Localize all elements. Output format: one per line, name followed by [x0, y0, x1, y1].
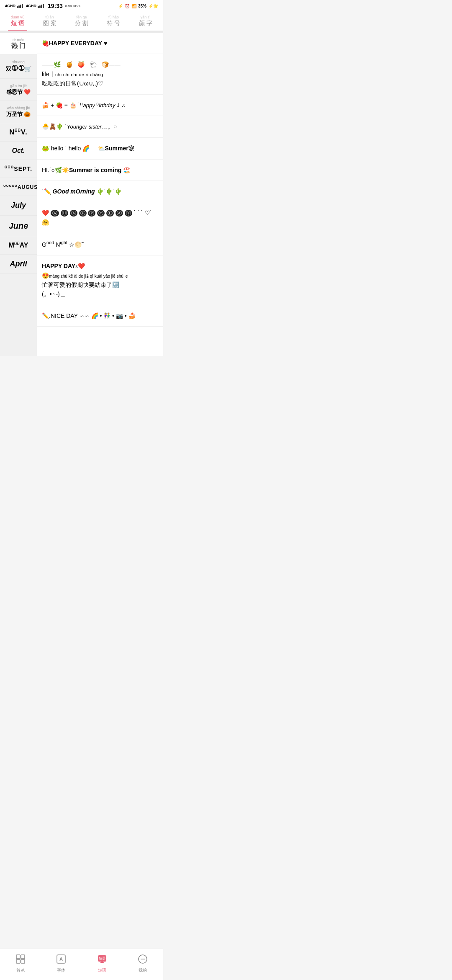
content-item-2[interactable]: ——🌿 🍯 🍑 🐑 🍞—— life丨chī chī chī de rì chá… [37, 54, 163, 94]
tab-duanyu-pinyin: duān yǔ [3, 15, 33, 19]
tab-tuan-pinyin: tú àn [34, 15, 64, 19]
tab-tuan[interactable]: tú àn 图 案 [33, 11, 65, 31]
sidebar-item-nov[interactable]: NÜÜV. [0, 123, 37, 142]
tab-yinzi-pinyin: yán zì [131, 15, 161, 19]
sidebar-oct-label: Oct. [12, 147, 25, 154]
sidebar-shuang-pinyin: shuāng [3, 60, 33, 64]
content-item-7[interactable]: ˙✏️ GOod mOrning 🌵˙🌵˙🌵 [37, 181, 163, 202]
sidebar-item-hot[interactable]: rè mén 热 门 [0, 33, 37, 55]
tab-yinzi[interactable]: yán zì 颜 字 [130, 11, 162, 31]
sidebar-item-august[interactable]: ÜÜÜÜÜAUGUST [0, 178, 37, 196]
sidebar-ganen-label: 感恩节 ❤️ [6, 89, 31, 95]
sidebar-item-shuang[interactable]: shuāng 双①①🛒 [0, 55, 37, 79]
content-item-6[interactable]: HI.˙○🌿☀️Summer is coming 🏖️ [37, 160, 163, 181]
tab-fuhao[interactable]: fú hào 符 号 [98, 11, 129, 31]
tab-duanyu-label: 短 语 [11, 20, 24, 26]
sidebar-nov-label: NÜÜV. [9, 129, 27, 136]
content-text-6: HI.˙○🌿☀️Summer is coming 🏖️ [42, 167, 130, 173]
sidebar-june-label: June [9, 221, 28, 230]
content-item-4[interactable]: 🐣🧸🌵 ˙Younger sister﹏。○ [37, 116, 163, 138]
sidebar-wansheng-pinyin: wàn shèng jié [3, 106, 33, 110]
wifi-icon: 📶 [131, 4, 136, 8]
sidebar-shuang-label: 双①①🛒 [6, 66, 31, 72]
battery: 35% [138, 4, 146, 8]
sidebar-ganen-pinyin: gǎn ēn jié [3, 84, 33, 88]
content-item-8[interactable]: ❤️ Ⓐ Ⓗ Ⓐ Ⓟ Ⓟ Ⓨ Ⓓ Ⓐ Ⓨ ˙ ˙ ˙ ♡˙🤗 [37, 202, 163, 233]
sidebar-wansheng-label: 万圣节 🎃 [6, 111, 31, 117]
status-right: ⚡ ⏰ 📶 35% ⚡🌟 [118, 4, 158, 8]
content-text-7: ˙✏️ GOod mOrning 🌵˙🌵˙🌵 [42, 188, 122, 195]
sidebar-item-wansheng[interactable]: wàn shèng jié 万圣节 🎃 [0, 101, 37, 123]
time: 19:33 [48, 3, 63, 9]
sidebar-july-label: July [11, 201, 26, 209]
tab-duanyu[interactable]: duān yǔ 短 语 [2, 11, 33, 31]
sidebar-item-ganen[interactable]: gǎn ēn jié 感恩节 ❤️ [0, 79, 37, 101]
content-item-11[interactable]: ✏️.NICE DAY ∽∽ 🌈 • 👫 • 📷 • 🍰 [37, 305, 163, 327]
content-area: 🍓HAPPY EVERYDAY ♥ ——🌿 🍯 🍑 🐑 🍞—— life丨chī… [37, 33, 163, 356]
sidebar: rè mén 热 门 shuāng 双①①🛒 gǎn ēn jié 感恩节 ❤️… [0, 33, 37, 356]
sidebar-item-may[interactable]: MÜÜAY [0, 236, 37, 255]
status-left: 4GHD 4GHD 19:33 8.90 KB/s [5, 3, 80, 9]
content-text-9: Good Night ☆🌕˜ [42, 241, 84, 248]
alarm-icon: ⏰ [125, 4, 130, 8]
tab-fenge[interactable]: fèn gē 分 割 [66, 11, 98, 31]
content-text-11: ✏️.NICE DAY ∽∽ 🌈 • 👫 • 📷 • 🍰 [42, 312, 136, 319]
tab-fenge-pinyin: fèn gē [67, 15, 97, 19]
sidebar-item-june[interactable]: June [0, 216, 37, 236]
signal-bars-2 [38, 4, 44, 8]
carrier-1: 4GHD [5, 4, 15, 8]
sidebar-hot-pinyin: rè mén [3, 38, 33, 42]
tab-yinzi-label: 颜 字 [139, 20, 152, 26]
content-item-5[interactable]: 🐸˙hello ˙ hello 🌈 ⛅Summer🕸 [37, 138, 163, 159]
sidebar-item-july[interactable]: July [0, 196, 37, 216]
main-layout: rè mén 热 门 shuāng 双①①🛒 gǎn ēn jié 感恩节 ❤️… [0, 33, 163, 356]
content-text-1: 🍓HAPPY EVERYDAY ♥ [42, 40, 107, 46]
tab-tuan-label: 图 案 [43, 20, 56, 26]
content-text-10: HAPPY DAYs❤️ 😍máng zhù kě ài de jiǎ qī k… [42, 263, 128, 297]
bluetooth-icon: ⚡ [118, 4, 123, 8]
signal-bars-1 [17, 4, 23, 8]
battery-icon: ⚡🌟 [148, 4, 158, 8]
content-text-4: 🐣🧸🌵 ˙Younger sister﹏。○ [42, 123, 117, 130]
speed: 8.90 KB/s [65, 4, 80, 8]
status-bar: 4GHD 4GHD 19:33 8.90 KB/s ⚡ ⏰ 📶 35% ⚡🌟 [0, 0, 163, 11]
tab-fenge-label: 分 割 [75, 20, 88, 26]
tab-fuhao-label: 符 号 [107, 20, 120, 26]
sidebar-item-april[interactable]: April [0, 255, 37, 274]
tab-fuhao-pinyin: fú hào [98, 15, 128, 19]
sidebar-aug-label: ÜÜÜÜÜAUGUST [3, 184, 41, 190]
sidebar-item-oct[interactable]: Oct. [0, 142, 37, 160]
content-item-10[interactable]: HAPPY DAYs❤️ 😍máng zhù kě ài de jiǎ qī k… [37, 255, 163, 305]
sidebar-hot-label: 热 门 [11, 42, 26, 49]
carrier-2: 4GHD [26, 4, 36, 8]
sidebar-may-label: MÜÜAY [8, 242, 28, 249]
content-item-1[interactable]: 🍓HAPPY EVERYDAY ♥ [37, 33, 163, 54]
content-text-8: ❤️ Ⓐ Ⓗ Ⓐ Ⓟ Ⓟ Ⓨ Ⓓ Ⓐ Ⓨ ˙ ˙ ˙ ♡˙🤗 [42, 209, 152, 225]
sidebar-april-label: April [10, 260, 27, 268]
content-item-3[interactable]: 🍰 + 🍓 = 🎂 ˙ᴴappy ᴮirthday ♩ ♫ [37, 95, 163, 116]
content-text-2: ——🌿 🍯 🍑 🐑 🍞—— life丨chī chī chī de rì chá… [42, 61, 121, 87]
content-text-5: 🐸˙hello ˙ hello 🌈 ⛅Summer🕸 [42, 145, 134, 152]
content-text-3: 🍰 + 🍓 = 🎂 ˙ᴴappy ᴮirthday ♩ ♫ [42, 102, 126, 108]
sidebar-sept-label: ÜÜÜSEPT. [5, 165, 32, 172]
nav-tabs: duān yǔ 短 语 tú àn 图 案 fèn gē 分 割 fú hào … [0, 11, 163, 31]
content-item-9[interactable]: Good Night ☆🌕˜ [37, 233, 163, 255]
sidebar-item-sept[interactable]: ÜÜÜSEPT. [0, 160, 37, 178]
